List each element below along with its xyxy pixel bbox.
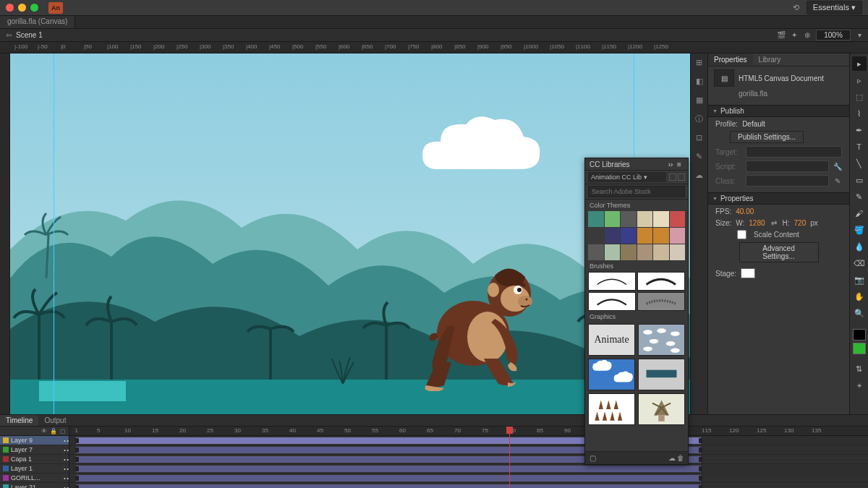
stroke-color[interactable] [853, 329, 866, 341]
info-icon[interactable]: ⓘ [694, 113, 705, 124]
paint-bucket-tool-icon[interactable]: 🪣 [852, 223, 867, 237]
publish-section-head[interactable]: Publish [708, 105, 849, 117]
ruler-vertical[interactable] [0, 53, 10, 414]
text-tool-icon[interactable]: T [852, 140, 867, 154]
pencil-tool-icon[interactable]: ✎ [852, 189, 867, 204]
zoom-dropdown-icon[interactable]: ▾ [855, 31, 864, 40]
center-icon[interactable]: ⊕ [803, 31, 812, 40]
rectangle-tool-icon[interactable]: ▭ [852, 173, 867, 187]
tab-library[interactable]: Library [753, 53, 787, 66]
brush-preset[interactable] [637, 292, 685, 311]
color-swatch[interactable] [621, 228, 637, 244]
swap-colors-icon[interactable]: ⇅ [852, 361, 867, 376]
link-icon[interactable]: ⇄ [770, 218, 778, 227]
color-swatch[interactable] [637, 228, 653, 244]
minimize-icon[interactable] [18, 4, 26, 12]
height-value[interactable]: 720 [794, 219, 807, 227]
color-icon[interactable]: ◧ [694, 75, 705, 87]
color-swatch[interactable] [670, 228, 686, 244]
back-icon[interactable]: ⇦ [4, 31, 13, 40]
timeline-tracks[interactable]: 1510152025303540455055606570758085909510… [69, 427, 868, 488]
tab-timeline[interactable]: Timeline [0, 415, 38, 426]
graphic-asset[interactable] [588, 359, 635, 390]
wrench-icon[interactable]: 🔧 [833, 162, 842, 171]
playhead[interactable] [509, 427, 510, 488]
hand-tool-icon[interactable]: ✋ [852, 289, 867, 304]
track-row[interactable] [69, 455, 868, 464]
pencil-icon[interactable]: ✎ [833, 176, 842, 185]
layer-row[interactable]: Layer 9• • [0, 436, 69, 445]
search-input[interactable] [588, 186, 685, 197]
brush-preset[interactable] [637, 272, 685, 291]
guide-vertical[interactable] [54, 53, 54, 414]
graphic-asset[interactable] [638, 393, 685, 425]
document-tab[interactable]: gorilla.fla (Canvas) [0, 16, 75, 28]
track-row[interactable] [69, 474, 868, 483]
cc-icon[interactable]: ☁ [694, 169, 705, 181]
subselection-tool-icon[interactable]: ▹ [852, 73, 867, 87]
zoom-tool-icon[interactable]: 🔍 [852, 306, 867, 320]
list-view-icon[interactable] [678, 174, 685, 181]
track-row[interactable] [69, 483, 868, 488]
symbol-icon[interactable]: ✦ [790, 31, 799, 40]
color-swatch[interactable] [653, 244, 669, 260]
trash-icon[interactable]: 🗑 [676, 454, 685, 463]
lasso-tool-icon[interactable]: ⌇ [852, 106, 867, 121]
layer-row[interactable]: GORILL...• • [0, 474, 69, 483]
graphic-asset[interactable] [638, 359, 685, 390]
color-swatch[interactable] [653, 211, 669, 227]
graphic-asset[interactable]: Animate [588, 324, 635, 356]
camera-tool-icon[interactable]: 📷 [852, 273, 867, 287]
brush-preset[interactable] [588, 292, 636, 311]
track-row[interactable] [69, 445, 868, 455]
color-swatch[interactable] [637, 211, 653, 227]
visibility-icon[interactable]: 👁 [41, 428, 47, 435]
publish-settings-button[interactable]: Publish Settings... [730, 131, 804, 143]
color-swatch[interactable] [653, 228, 669, 244]
track-row[interactable] [69, 464, 868, 474]
graphic-asset[interactable] [588, 393, 635, 425]
workspace-dropdown[interactable]: Essentials ▾ [807, 1, 862, 14]
advanced-settings-button[interactable]: Advanced Settings... [739, 242, 819, 262]
lock-icon[interactable]: 🔒 [50, 428, 57, 435]
eraser-tool-icon[interactable]: ⌫ [852, 256, 867, 270]
layer-row[interactable]: Layer 7• • [0, 445, 69, 455]
add-icon[interactable]: ▢ [588, 454, 597, 463]
grid-view-icon[interactable] [669, 174, 676, 181]
eyedropper-tool-icon[interactable]: 💧 [852, 239, 867, 254]
edit-scene-icon[interactable]: 🎬 [777, 31, 786, 40]
color-swatch[interactable] [621, 244, 637, 260]
color-swatch[interactable] [621, 211, 637, 227]
props-section-head[interactable]: Properties [708, 192, 849, 205]
fill-color[interactable] [853, 343, 866, 354]
color-swatch[interactable] [670, 244, 686, 260]
color-swatch[interactable] [670, 211, 686, 227]
color-swatch[interactable] [588, 211, 604, 227]
scale-content-checkbox[interactable] [737, 230, 746, 239]
ruler-horizontal[interactable]: |-100|-50|0|50|100|150|200|250|300|350|4… [0, 42, 868, 53]
sync-icon[interactable]: ⟲ [792, 4, 801, 12]
color-swatch[interactable] [605, 244, 621, 260]
track-row[interactable] [69, 436, 868, 445]
collapse-icon[interactable]: ›› [666, 160, 675, 168]
layer-row[interactable]: Layer 1• • [0, 464, 69, 474]
brush-tool-icon[interactable]: 🖌 [852, 206, 867, 221]
swatches-icon[interactable]: ▦ [694, 94, 705, 106]
tab-properties[interactable]: Properties [708, 53, 753, 66]
library-dropdown[interactable]: Animation CC Lib ▾ [588, 172, 666, 182]
layer-row[interactable]: Layer 21• • [0, 483, 69, 488]
brush-panel-icon[interactable]: ✎ [694, 150, 705, 162]
pen-tool-icon[interactable]: ✒ [852, 123, 867, 137]
panel-menu-icon[interactable]: ≡ [675, 160, 684, 168]
width-value[interactable]: 1280 [749, 219, 765, 227]
stage-color-swatch[interactable] [741, 268, 755, 278]
outline-icon[interactable]: ▢ [60, 428, 66, 435]
frame-ruler[interactable]: 1510152025303540455055606570758085909510… [69, 427, 868, 436]
color-swatch[interactable] [588, 228, 604, 244]
close-icon[interactable] [6, 4, 14, 12]
color-swatch[interactable] [637, 244, 653, 260]
zoom-input[interactable]: 100% [816, 30, 851, 40]
line-tool-icon[interactable]: ╲ [852, 156, 867, 171]
tab-output[interactable]: Output [38, 415, 72, 426]
scene-name[interactable]: Scene 1 [16, 31, 43, 39]
